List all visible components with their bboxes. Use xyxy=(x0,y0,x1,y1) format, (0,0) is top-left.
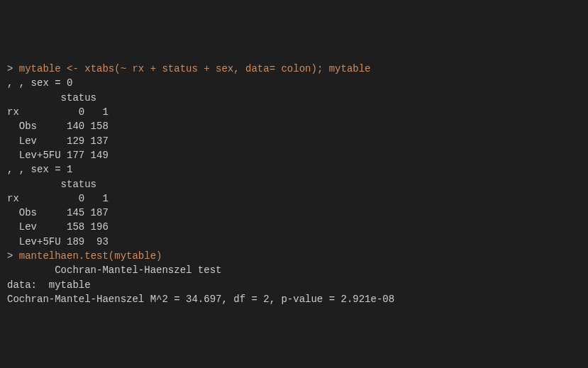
output-line: status xyxy=(7,177,581,191)
output-line: Lev+5FU 177 149 xyxy=(7,148,581,162)
output-line: data: mytable xyxy=(7,278,581,292)
output-line: Obs 140 158 xyxy=(7,119,581,133)
input-cmd1[interactable]: mytable <- xtabs(~ rx + status + sex, da… xyxy=(19,63,371,74)
output-line: Lev+5FU 189 93 xyxy=(7,235,581,249)
output-line: Lev 158 196 xyxy=(7,220,581,234)
output-line: Lev 129 137 xyxy=(7,134,581,148)
output-line: Obs 145 187 xyxy=(7,206,581,220)
output-line: , , sex = 0 xyxy=(7,76,581,90)
console-line-cmd1[interactable]: > mytable <- xtabs(~ rx + status + sex, … xyxy=(7,62,581,76)
output-line: Cochran-Mantel-Haenszel test xyxy=(7,263,581,277)
output-line: rx 0 1 xyxy=(7,191,581,206)
output-line: rx 0 1 xyxy=(7,105,581,119)
console-line-cmd2[interactable]: > mantelhaen.test(mytable) xyxy=(7,249,581,263)
prompt: > xyxy=(7,63,19,74)
output-line: , , sex = 1 xyxy=(7,162,581,177)
output-line: status xyxy=(7,91,581,105)
prompt: > xyxy=(7,250,19,262)
input-cmd2[interactable]: mantelhaen.test(mytable) xyxy=(19,250,162,262)
output-line: Cochran-Mantel-Haenszel M^2 = 34.697, df… xyxy=(7,292,581,306)
